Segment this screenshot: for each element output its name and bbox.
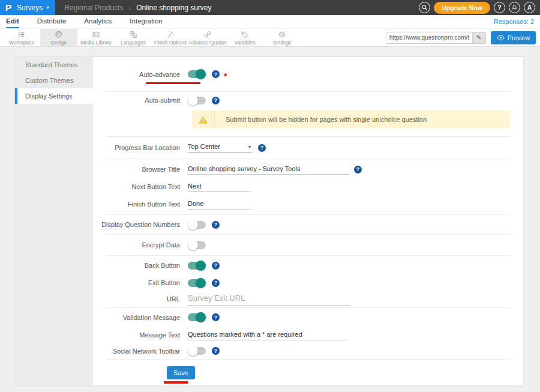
finish-button-text-label: Finish Button Text (93, 201, 180, 208)
encrypt-data-label: Encrypt Data (93, 241, 180, 249)
exit-button-help-icon[interactable]: ? (212, 279, 220, 287)
auto-submit-toggle[interactable] (188, 97, 206, 104)
toolbar-item-variables[interactable]: Variables (226, 29, 263, 46)
toolbar-item-workspace[interactable]: Workspace (3, 29, 40, 46)
divider (105, 359, 511, 360)
exit-url-row: URL (93, 291, 523, 307)
back-button-help-icon[interactable]: ? (212, 262, 220, 270)
themes-sidebar: Standard Themes Custom Themes Display Se… (15, 57, 93, 385)
eye-icon (497, 35, 505, 41)
display-settings-form: * Auto-advance ? Auto-submit ? Submit bu… (93, 57, 523, 385)
design-palette-icon (54, 30, 64, 39)
nav-tab-distribute[interactable]: Distribute (37, 15, 67, 28)
validation-message-toggle[interactable] (188, 313, 206, 321)
social-network-toolbar-help-icon[interactable]: ? (212, 347, 220, 355)
progress-bar-location-row: Progress Bar Location Top Center ▾ ? (93, 137, 523, 158)
upgrade-now-button[interactable]: Upgrade Now (434, 2, 490, 14)
auto-advance-label: Auto-advance (93, 71, 180, 78)
browser-title-label: Browser Title (93, 166, 180, 173)
next-button-text-label: Next Button Text (93, 183, 180, 190)
search-button[interactable] (419, 2, 430, 13)
languages-translate-icon (128, 30, 138, 39)
exit-url-input[interactable] (188, 292, 350, 306)
validation-message-help-icon[interactable]: ? (212, 313, 220, 321)
progress-bar-help-icon[interactable]: ? (258, 144, 266, 152)
next-button-text-input[interactable] (188, 181, 251, 192)
exit-button-label: Exit Button (93, 279, 180, 286)
search-icon (421, 4, 428, 11)
annotation-underline-auto-advance (146, 82, 200, 84)
message-text-input[interactable] (188, 330, 348, 340)
progress-bar-location-select[interactable]: Top Center ▾ (188, 143, 252, 152)
avatar[interactable]: A (524, 2, 535, 13)
breadcrumb-current: Online shopping survey (136, 4, 211, 12)
save-button[interactable]: Save (167, 366, 195, 379)
survey-url-input[interactable] (386, 32, 472, 43)
toggle-knob (188, 346, 198, 356)
finish-button-text-row: Finish Button Text (93, 194, 523, 214)
toolbar-item-media-library[interactable]: Media Library (77, 29, 115, 46)
auto-advance-row: Auto-advance ? (93, 57, 523, 91)
survey-url-box: ✎ (386, 32, 486, 44)
help-button[interactable]: ? (494, 2, 505, 13)
sidebar-item-display-settings[interactable]: Display Settings (15, 88, 93, 104)
bell-icon (511, 4, 518, 11)
browser-title-row: Browser Title ? (93, 159, 523, 179)
toggle-knob (188, 220, 198, 230)
back-button-label: Back Button (93, 262, 180, 269)
display-settings-panel: Standard Themes Custom Themes Display Se… (15, 57, 523, 385)
nav-tab-analytics[interactable]: Analytics (84, 15, 112, 28)
display-question-numbers-label: Display Question Numbers (93, 221, 180, 228)
display-question-numbers-toggle[interactable] (188, 221, 206, 229)
breadcrumb-parent[interactable]: Regional Products (64, 4, 123, 12)
encrypt-data-toggle[interactable] (188, 241, 206, 249)
sidebar-item-custom-themes[interactable]: Custom Themes (15, 73, 93, 88)
chevron-down-icon: ▾ (46, 5, 49, 10)
toolbar-item-design[interactable]: Design (40, 29, 77, 46)
toolbar-item-advance-quotas[interactable]: Advance Quotas (189, 29, 226, 46)
design-toolbar: Workspace Design Media Library Languages… (0, 28, 540, 47)
validation-message-label: Validation Message (93, 314, 180, 321)
toolbar-item-finish-options[interactable]: Finish Options (152, 29, 189, 46)
warning-message: Submit button will be hidden for pages w… (215, 110, 427, 128)
pencil-icon: ✎ (476, 34, 481, 41)
display-question-numbers-help-icon[interactable]: ? (212, 221, 220, 229)
browser-title-help-icon[interactable]: ? (354, 166, 362, 173)
warning-icon-cell (192, 110, 215, 128)
auto-advance-toggle[interactable] (188, 70, 206, 78)
auto-advance-help-icon[interactable]: ? (212, 70, 220, 78)
notifications-button[interactable] (509, 2, 520, 13)
toolbar-item-settings[interactable]: Settings (263, 29, 301, 46)
warning-banner: Submit button will be hidden for pages w… (192, 110, 510, 128)
auto-submit-help-icon[interactable]: ? (212, 97, 220, 104)
validation-message-row: Validation Message ? (93, 308, 523, 327)
social-network-toolbar-toggle[interactable] (188, 347, 206, 355)
encrypt-data-row: Encrypt Data (93, 235, 523, 255)
nav-tab-integration[interactable]: Integration (130, 15, 162, 28)
preview-label: Preview (508, 34, 530, 41)
message-text-row: Message Text (93, 327, 523, 343)
display-question-numbers-row: Display Question Numbers ? (93, 215, 523, 234)
top-bar: P Surveys ▾ Regional Products › Online s… (0, 0, 540, 15)
toolbar-item-languages[interactable]: Languages (115, 29, 152, 46)
browser-title-input[interactable] (188, 164, 350, 175)
back-button-toggle[interactable] (188, 262, 206, 270)
exit-button-toggle[interactable] (188, 279, 206, 287)
survey-nav: Edit Distribute Analytics Integration Re… (0, 15, 540, 28)
advance-quotas-links-icon (203, 30, 212, 39)
finish-button-text-input[interactable] (188, 199, 251, 210)
toggle-knob (188, 240, 198, 250)
sidebar-item-standard-themes[interactable]: Standard Themes (15, 57, 93, 73)
variables-tag-icon (240, 30, 250, 39)
preview-button[interactable]: Preview (491, 31, 536, 44)
progress-bar-location-label: Progress Bar Location (93, 144, 180, 151)
surveys-menu[interactable]: Surveys ▾ (17, 4, 49, 12)
edit-url-button[interactable]: ✎ (472, 32, 485, 43)
exit-button-row: Exit Button ? (93, 275, 523, 291)
auto-submit-label: Auto-submit (93, 97, 180, 104)
nav-tab-edit[interactable]: Edit (6, 15, 19, 28)
toolbar-right: ✎ Preview (386, 29, 540, 46)
media-library-icon (91, 30, 101, 39)
responses-count[interactable]: Responses: 2 (494, 15, 534, 28)
breadcrumb: Regional Products › Online shopping surv… (64, 4, 211, 12)
